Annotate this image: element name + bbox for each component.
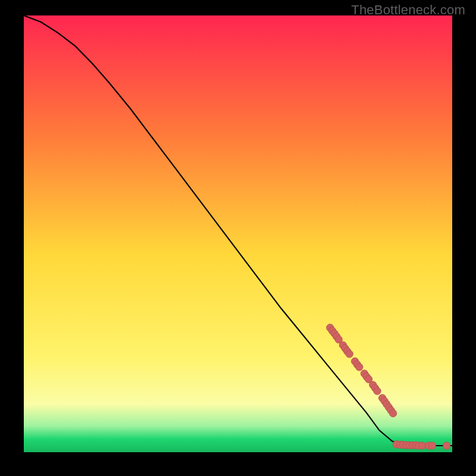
data-marker	[356, 364, 363, 371]
gradient-background	[24, 15, 452, 452]
chart-stage: TheBottleneck.com	[0, 0, 476, 476]
data-marker	[346, 350, 353, 358]
data-marker	[428, 442, 436, 449]
data-marker	[443, 442, 450, 449]
data-marker	[374, 387, 381, 394]
plot-svg	[24, 15, 452, 452]
data-marker	[389, 410, 396, 417]
plot-area	[24, 15, 452, 452]
